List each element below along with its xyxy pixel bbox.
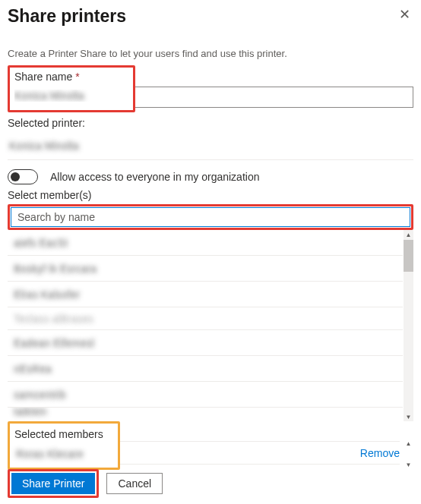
select-members-label: Select member(s) (8, 189, 413, 201)
list-item[interactable]: samcentrib (8, 382, 403, 408)
share-name-highlight: Share name * (8, 65, 135, 112)
list-item[interactable]: Boskyf Ik Esrcara (8, 256, 403, 282)
toggle-knob (11, 172, 20, 181)
scroll-down-icon[interactable]: ▼ (404, 459, 413, 470)
share-printer-button[interactable]: Share Printer (11, 473, 95, 494)
list-item[interactable]: Teclass alBrases (8, 307, 403, 330)
selected-members-highlight: Selected members Roras Klecare (8, 421, 120, 470)
share-name-input-extension[interactable] (135, 87, 413, 108)
close-icon[interactable]: ✕ (396, 6, 413, 23)
list-item[interactable]: taiklein (8, 408, 403, 421)
member-list: ▲ ▼ aiefs EacSt Boskyf Ik Esrcara Elras … (8, 230, 413, 421)
scroll-down-icon[interactable]: ▼ (404, 411, 413, 422)
selected-member-name: Roras Klecare (16, 448, 84, 460)
share-name-label: Share name * (14, 71, 128, 83)
scroll-up-icon[interactable]: ▲ (404, 229, 413, 240)
cancel-button[interactable]: Cancel (106, 473, 163, 494)
allow-access-toggle[interactable] (8, 169, 38, 184)
share-name-input[interactable] (14, 86, 128, 106)
list-item[interactable]: Eadean Eifemesl (8, 330, 403, 356)
share-printer-highlight: Share Printer (8, 469, 99, 498)
scroll-up-icon[interactable]: ▲ (404, 438, 413, 449)
selected-printer-value: Konica Minolta (8, 132, 413, 160)
list-item[interactable]: nEsRea (8, 356, 403, 382)
list-item[interactable]: Elras Kalsofer (8, 282, 403, 307)
selected-members-label: Selected members (13, 425, 115, 443)
description-text: Create a Printer Share to let your users… (8, 48, 413, 59)
search-input[interactable] (11, 207, 410, 227)
list-item[interactable]: aiefs EacSt (8, 230, 403, 256)
allow-access-label: Allow access to everyone in my organizat… (50, 171, 259, 183)
scrollbar-thumb[interactable] (404, 240, 413, 272)
remove-link[interactable]: Remove (360, 447, 400, 459)
selected-printer-label: Selected printer: (8, 117, 413, 129)
search-highlight (8, 204, 413, 230)
page-title: Share printers (8, 6, 126, 27)
